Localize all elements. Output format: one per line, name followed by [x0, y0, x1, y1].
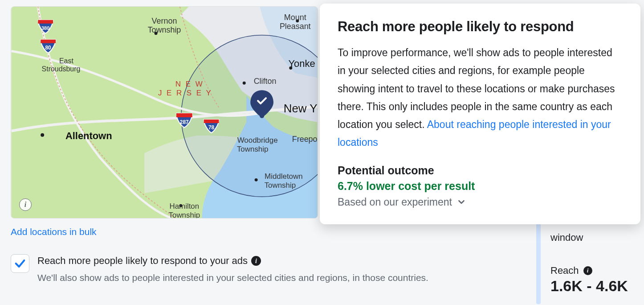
label-yonkers: Yonke [289, 58, 315, 69]
label-hamilton: HamiltonTownship [169, 202, 200, 218]
label-clifton: Clifton [254, 77, 277, 86]
side-window-label: window [550, 232, 644, 243]
label-allentown: Allentown [65, 130, 112, 141]
label-mount-pleasant: MountPleasant [280, 13, 311, 31]
experiment-note[interactable]: Based on our experiment [338, 196, 623, 208]
reach-more-checkbox[interactable] [11, 254, 29, 273]
label-new-york: New Y [284, 102, 318, 115]
side-reach-value: 1.6K - 4.6K [550, 277, 644, 295]
info-icon[interactable]: i [583, 266, 592, 275]
side-panel: window Reach i 1.6K - 4.6K [550, 232, 644, 295]
reach-more-description: We'll also show ads to people interested… [37, 271, 461, 285]
reach-more-tooltip: Reach more people likely to respond To i… [320, 4, 640, 224]
chevron-down-icon [457, 197, 466, 207]
svg-point-10 [254, 93, 269, 108]
add-locations-bulk-link[interactable]: Add locations in bulk [11, 227, 536, 237]
location-map[interactable]: 380 80 287 78 VernonTownship MountPleasa… [11, 6, 318, 218]
label-vernon: VernonTownship [148, 16, 181, 34]
popover-body: To improve performance, we'll show ads t… [338, 44, 623, 152]
potential-outcome-title: Potential outcome [338, 164, 623, 177]
reach-more-title: Reach more people likely to respond to y… [37, 254, 248, 268]
label-freeport: Freepo [292, 135, 318, 144]
map-info-icon[interactable]: i [19, 198, 32, 211]
shield-380: 380 [41, 25, 49, 31]
side-reach-label: Reach [550, 265, 579, 276]
check-icon [14, 257, 26, 270]
shield-78: 78 [208, 124, 215, 131]
reach-more-row: Reach more people likely to respond to y… [11, 254, 536, 284]
shield-287: 287 [180, 119, 189, 125]
info-icon[interactable]: i [251, 256, 261, 266]
svg-point-6 [255, 178, 258, 181]
svg-point-3 [243, 82, 246, 85]
potential-outcome-value: 6.7% lower cost per result [338, 180, 623, 193]
svg-point-2 [41, 133, 44, 137]
shield-80: 80 [45, 45, 51, 51]
popover-title: Reach more people likely to respond [338, 19, 623, 35]
